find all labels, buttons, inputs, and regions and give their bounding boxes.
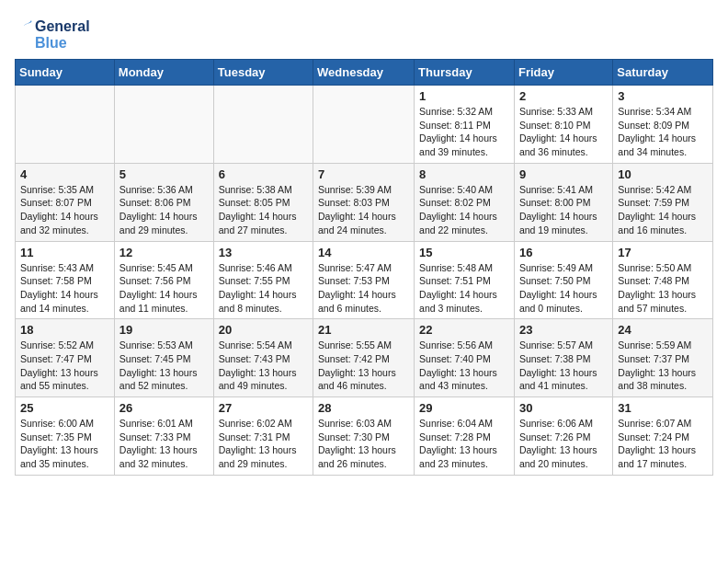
cell-text: Sunrise: 6:07 AM bbox=[618, 417, 708, 431]
cell-text: Sunrise: 5:53 AM bbox=[119, 339, 209, 352]
day-number: 25 bbox=[20, 401, 109, 415]
day-number: 1 bbox=[419, 89, 509, 103]
cell-text: Daylight: 13 hours bbox=[618, 443, 708, 457]
day-number: 2 bbox=[519, 89, 608, 103]
cell-text: Sunset: 8:11 PM bbox=[419, 119, 509, 132]
calendar-cell: 8Sunrise: 5:40 AMSunset: 8:02 PMDaylight… bbox=[415, 163, 515, 241]
cell-text: and 14 minutes. bbox=[20, 302, 109, 316]
day-number: 8 bbox=[419, 167, 509, 181]
cell-text: and 19 minutes. bbox=[519, 224, 608, 237]
day-number: 3 bbox=[618, 89, 708, 103]
cell-text: and 0 minutes. bbox=[519, 302, 608, 316]
cell-text: and 3 minutes. bbox=[419, 302, 509, 316]
cell-text: and 43 minutes. bbox=[419, 379, 509, 393]
cell-text: Daylight: 14 hours bbox=[419, 210, 509, 224]
day-number: 23 bbox=[519, 323, 608, 337]
calendar-cell: 15Sunrise: 5:48 AMSunset: 7:51 PMDayligh… bbox=[415, 241, 515, 319]
calendar-cell: 14Sunrise: 5:47 AMSunset: 7:53 PMDayligh… bbox=[313, 241, 415, 319]
cell-text: Daylight: 13 hours bbox=[318, 443, 409, 457]
logo: General Blue bbox=[15, 18, 90, 52]
calendar-cell: 25Sunrise: 6:00 AMSunset: 7:35 PMDayligh… bbox=[16, 397, 115, 476]
cell-text: Daylight: 14 hours bbox=[20, 288, 109, 302]
calendar-cell: 21Sunrise: 5:55 AMSunset: 7:42 PMDayligh… bbox=[313, 319, 415, 397]
cell-text: and 20 minutes. bbox=[519, 457, 608, 471]
cell-text: Daylight: 13 hours bbox=[618, 366, 708, 380]
day-number: 20 bbox=[219, 323, 308, 337]
cell-text: Sunrise: 6:01 AM bbox=[119, 417, 209, 431]
day-number: 14 bbox=[318, 246, 409, 259]
calendar-cell: 13Sunrise: 5:46 AMSunset: 7:55 PMDayligh… bbox=[213, 241, 313, 319]
day-number: 6 bbox=[219, 167, 308, 181]
cell-text: Sunset: 7:47 PM bbox=[20, 352, 109, 366]
day-number: 27 bbox=[219, 401, 308, 415]
cell-text: Daylight: 14 hours bbox=[519, 288, 608, 302]
cell-text: Daylight: 14 hours bbox=[419, 288, 509, 302]
cell-text: and 27 minutes. bbox=[219, 224, 308, 237]
cell-text: Daylight: 14 hours bbox=[219, 210, 308, 224]
day-number: 10 bbox=[618, 167, 708, 181]
cell-text: Sunrise: 5:49 AM bbox=[519, 261, 608, 275]
day-number: 4 bbox=[20, 167, 109, 181]
cell-text: Sunrise: 5:54 AM bbox=[219, 339, 308, 352]
cell-text: Daylight: 14 hours bbox=[519, 132, 608, 145]
cell-text: Daylight: 14 hours bbox=[119, 210, 209, 224]
cell-text: Sunrise: 5:57 AM bbox=[519, 339, 608, 352]
calendar-cell: 4Sunrise: 5:35 AMSunset: 8:07 PMDaylight… bbox=[16, 163, 115, 241]
cell-text: and 52 minutes. bbox=[119, 379, 209, 393]
day-number: 11 bbox=[20, 246, 109, 259]
cell-text: Sunset: 8:07 PM bbox=[20, 196, 109, 210]
cell-text: Daylight: 13 hours bbox=[20, 366, 109, 380]
cell-text: Sunset: 8:06 PM bbox=[119, 196, 209, 210]
cell-text: Sunrise: 5:47 AM bbox=[318, 261, 409, 275]
day-number: 29 bbox=[419, 401, 509, 415]
cell-text: Sunrise: 5:42 AM bbox=[618, 183, 708, 197]
cell-text: Daylight: 13 hours bbox=[419, 443, 509, 457]
day-number: 24 bbox=[618, 323, 708, 337]
day-number: 5 bbox=[119, 167, 209, 181]
cell-text: Sunrise: 5:41 AM bbox=[519, 183, 608, 197]
cell-text: Daylight: 13 hours bbox=[618, 288, 708, 302]
header-row: SundayMondayTuesdayWednesdayThursdayFrid… bbox=[16, 60, 713, 86]
calendar-cell: 2Sunrise: 5:33 AMSunset: 8:10 PMDaylight… bbox=[514, 86, 612, 164]
cell-text: Daylight: 14 hours bbox=[519, 210, 608, 224]
cell-text: Sunset: 7:37 PM bbox=[618, 352, 708, 366]
cell-text: and 39 minutes. bbox=[419, 145, 509, 159]
cell-text: Daylight: 14 hours bbox=[119, 288, 209, 302]
cell-text: and 8 minutes. bbox=[219, 302, 308, 316]
cell-text: Sunset: 7:59 PM bbox=[618, 196, 708, 210]
calendar-cell bbox=[16, 86, 115, 164]
cell-text: and 46 minutes. bbox=[318, 379, 409, 393]
calendar-cell: 9Sunrise: 5:41 AMSunset: 8:00 PMDaylight… bbox=[514, 163, 612, 241]
cell-text: Sunset: 7:38 PM bbox=[519, 352, 608, 366]
cell-text: and 38 minutes. bbox=[618, 379, 708, 393]
calendar-cell: 3Sunrise: 5:34 AMSunset: 8:09 PMDaylight… bbox=[613, 86, 713, 164]
calendar-cell bbox=[114, 86, 213, 164]
calendar-cell: 1Sunrise: 5:32 AMSunset: 8:11 PMDaylight… bbox=[415, 86, 515, 164]
cell-text: Sunset: 7:31 PM bbox=[219, 431, 308, 444]
page-header: General Blue bbox=[15, 15, 713, 52]
cell-text: Sunset: 7:55 PM bbox=[219, 274, 308, 288]
day-number: 30 bbox=[519, 401, 608, 415]
cell-text: Daylight: 13 hours bbox=[219, 366, 308, 380]
day-number: 13 bbox=[219, 246, 308, 259]
calendar-cell: 17Sunrise: 5:50 AMSunset: 7:48 PMDayligh… bbox=[613, 241, 713, 319]
cell-text: Sunset: 7:45 PM bbox=[119, 352, 209, 366]
cell-text: Sunset: 8:05 PM bbox=[219, 196, 308, 210]
cell-text: Sunset: 7:51 PM bbox=[419, 274, 509, 288]
cell-text: Sunrise: 6:06 AM bbox=[519, 417, 608, 431]
cell-text: and 36 minutes. bbox=[519, 145, 608, 159]
cell-text: Daylight: 13 hours bbox=[119, 366, 209, 380]
week-row-5: 25Sunrise: 6:00 AMSunset: 7:35 PMDayligh… bbox=[16, 397, 713, 476]
cell-text: Sunset: 8:09 PM bbox=[618, 119, 708, 132]
cell-text: and 23 minutes. bbox=[419, 457, 509, 471]
calendar-cell: 28Sunrise: 6:03 AMSunset: 7:30 PMDayligh… bbox=[313, 397, 415, 476]
cell-text: Sunset: 8:10 PM bbox=[519, 119, 608, 132]
cell-text: Daylight: 14 hours bbox=[618, 132, 708, 145]
calendar-cell: 29Sunrise: 6:04 AMSunset: 7:28 PMDayligh… bbox=[415, 397, 515, 476]
cell-text: Sunset: 7:40 PM bbox=[419, 352, 509, 366]
cell-text: Sunset: 8:00 PM bbox=[519, 196, 608, 210]
cell-text: Sunset: 7:48 PM bbox=[618, 274, 708, 288]
cell-text: and 34 minutes. bbox=[618, 145, 708, 159]
cell-text: Daylight: 13 hours bbox=[519, 443, 608, 457]
cell-text: and 17 minutes. bbox=[618, 457, 708, 471]
